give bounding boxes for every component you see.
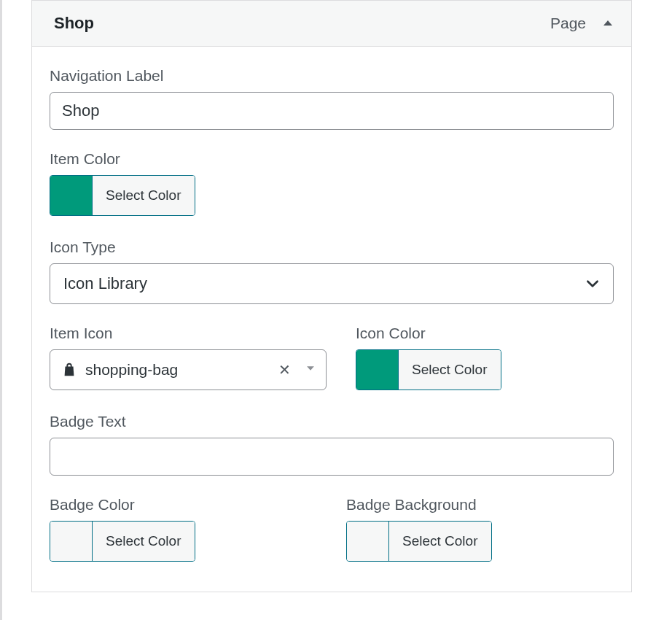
item-color-label: Item Color: [50, 150, 614, 168]
badge-text-label: Badge Text: [50, 413, 614, 430]
item-color-swatch[interactable]: [50, 176, 93, 215]
item-color-field: Item Color Select Color: [50, 150, 614, 218]
panel-body: Navigation Label Item Color Select Color…: [32, 47, 631, 592]
navigation-label-field: Navigation Label: [50, 67, 614, 130]
badge-color-label: Badge Color: [50, 496, 317, 514]
icon-type-select[interactable]: Icon Library: [50, 263, 614, 304]
icon-color-picker: Select Color: [356, 349, 501, 390]
icon-color-button[interactable]: Select Color: [399, 350, 501, 390]
icon-row: Item Icon shopping-bag ✕ Icon Color: [50, 325, 614, 392]
badge-background-field: Badge Background Select Color: [346, 496, 614, 564]
icon-color-label: Icon Color: [356, 325, 614, 342]
collapse-icon[interactable]: [601, 16, 615, 31]
badge-background-picker: Select Color: [346, 521, 492, 562]
icon-type-field: Icon Type Icon Library: [50, 239, 614, 304]
panel-title: Shop: [54, 14, 94, 33]
badge-color-row: Badge Color Select Color Badge Backgroun…: [50, 496, 614, 564]
badge-text-field: Badge Text: [50, 413, 614, 476]
navigation-label-input[interactable]: [50, 92, 614, 130]
badge-color-field: Badge Color Select Color: [50, 496, 317, 564]
shopping-bag-icon: [60, 361, 78, 379]
item-icon-field: Item Icon shopping-bag ✕: [50, 325, 327, 392]
navigation-label-label: Navigation Label: [50, 67, 614, 85]
item-color-button[interactable]: Select Color: [93, 176, 195, 215]
icon-type-label: Icon Type: [50, 239, 614, 256]
item-icon-value: shopping-bag: [85, 361, 268, 379]
item-icon-picker[interactable]: shopping-bag ✕: [50, 349, 327, 390]
panel-header[interactable]: Shop Page: [32, 1, 631, 47]
badge-text-input[interactable]: [50, 438, 614, 476]
item-color-picker: Select Color: [50, 175, 195, 216]
badge-color-button[interactable]: Select Color: [93, 522, 195, 561]
badge-color-picker: Select Color: [50, 521, 195, 562]
badge-color-swatch[interactable]: [50, 522, 93, 561]
badge-background-label: Badge Background: [346, 496, 614, 514]
item-icon-clear-icon[interactable]: ✕: [276, 361, 294, 379]
item-icon-label: Item Icon: [50, 325, 327, 342]
panel-header-right: Page: [550, 15, 615, 32]
item-icon-dropdown-icon[interactable]: [301, 363, 316, 376]
menu-item-panel: Shop Page Navigation Label Item Color Se…: [31, 0, 632, 592]
panel-type-label: Page: [550, 15, 586, 32]
badge-background-button[interactable]: Select Color: [389, 522, 491, 561]
icon-color-field: Icon Color Select Color: [356, 325, 614, 392]
badge-background-swatch[interactable]: [347, 522, 389, 561]
icon-color-swatch[interactable]: [356, 350, 399, 390]
